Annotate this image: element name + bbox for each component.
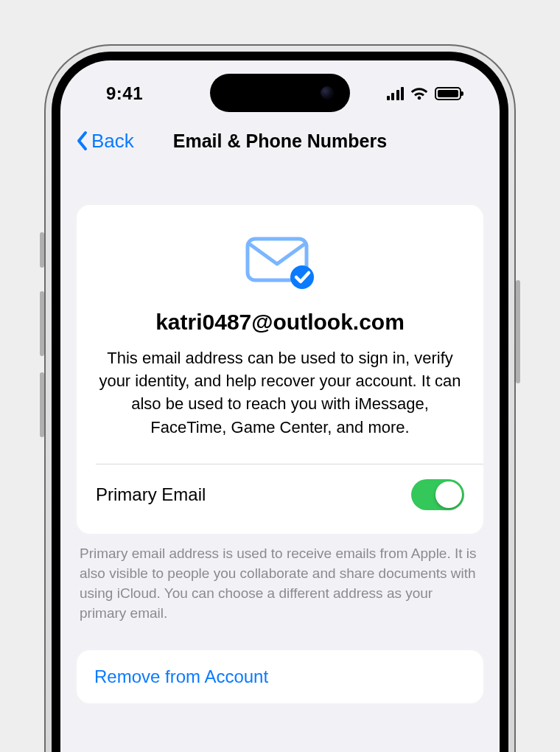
back-label: Back — [91, 130, 134, 153]
status-icons — [387, 86, 462, 101]
status-bar: 9:41 — [60, 60, 500, 118]
mute-switch — [40, 232, 44, 268]
power-button — [516, 280, 520, 383]
cellular-icon — [387, 87, 405, 100]
remove-card: Remove from Account — [77, 650, 483, 703]
primary-email-toggle[interactable] — [411, 479, 464, 510]
wifi-icon — [410, 86, 429, 101]
remove-from-account-button[interactable]: Remove from Account — [94, 666, 466, 687]
page-title: Email & Phone Numbers — [173, 130, 387, 152]
primary-email-footnote: Primary email address is used to receive… — [77, 534, 483, 624]
chevron-left-icon — [75, 130, 90, 152]
battery-icon — [435, 87, 461, 100]
content: katri0487@outlook.com This email address… — [60, 177, 500, 752]
primary-email-label: Primary Email — [96, 484, 206, 505]
phone-bezel: 9:41 — [52, 52, 508, 752]
email-card: katri0487@outlook.com This email address… — [77, 205, 483, 534]
page-background: 9:41 — [0, 0, 560, 752]
svg-point-1 — [290, 265, 314, 289]
email-description: This email address can be used to sign i… — [96, 347, 464, 439]
primary-email-row[interactable]: Primary Email — [96, 464, 464, 518]
status-time: 9:41 — [106, 83, 143, 104]
volume-down-button — [40, 372, 44, 437]
email-address: katri0487@outlook.com — [96, 310, 464, 335]
nav-bar: Back Email & Phone Numbers — [60, 118, 500, 164]
volume-up-button — [40, 291, 44, 356]
screen: 9:41 — [60, 60, 500, 752]
phone-frame: 9:41 — [44, 44, 516, 752]
back-button[interactable]: Back — [75, 130, 134, 153]
mail-verified-icon — [96, 234, 464, 290]
